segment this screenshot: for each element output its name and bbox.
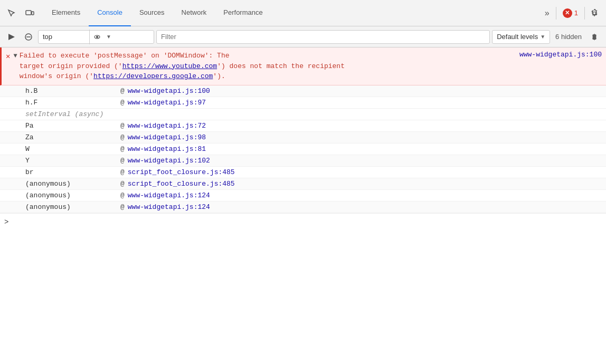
svg-rect-1 <box>32 12 34 15</box>
stack-at-1: @ <box>120 99 125 107</box>
error-toggle-arrow[interactable]: ▼ <box>13 52 17 60</box>
stack-func-1: h.F <box>25 99 120 107</box>
levels-dropdown[interactable]: Default levels ▼ <box>492 30 550 44</box>
stack-link-9[interactable]: www-widgetapi.js:124 <box>128 191 210 199</box>
error-youtube-url[interactable]: https://www.youtube.com <box>122 62 217 70</box>
stack-at-3: @ <box>120 122 125 130</box>
stack-at-6: @ <box>120 157 125 165</box>
device-toggle-btn[interactable] <box>22 6 37 21</box>
stack-frame-3: Pa @ www-widgetapi.js:72 <box>0 120 606 132</box>
stack-func-5: W <box>25 145 120 153</box>
stack-link-7[interactable]: script_foot_closure.js:485 <box>128 168 235 176</box>
error-message: Failed to execute 'postMessage' on 'DOMW… <box>20 51 515 82</box>
toolbar-divider2 <box>584 7 585 20</box>
stack-link-4[interactable]: www-widgetapi.js:98 <box>128 133 206 141</box>
stack-frame-1: h.F @ www-widgetapi.js:97 <box>0 97 606 109</box>
error-text-part3: ') does not match the recipient <box>217 62 345 70</box>
stack-at-8: @ <box>120 180 125 188</box>
error-icon: ✕ <box>6 52 10 61</box>
stack-frame-0: h.B @ www-widgetapi.js:100 <box>0 85 606 97</box>
tab-performance[interactable]: Performance <box>215 0 271 26</box>
console-toolbar: top ▼ Default levels ▼ 6 hidden <box>0 26 606 47</box>
console-settings-btn[interactable] <box>587 30 602 44</box>
stack-link-3[interactable]: www-widgetapi.js:72 <box>128 122 206 130</box>
settings-btn[interactable] <box>587 6 602 21</box>
stack-func-9: (anonymous) <box>25 191 120 199</box>
svg-marker-2 <box>8 34 15 40</box>
console-content: ✕ ▼ Failed to execute 'postMessage' on '… <box>0 47 606 364</box>
toolbar-icons <box>4 6 37 21</box>
stack-at-5: @ <box>120 145 125 153</box>
cursor-icon-btn[interactable] <box>4 6 19 21</box>
stack-func-4: Za <box>25 133 120 141</box>
error-text-part2: target origin provided (' <box>20 62 122 70</box>
more-tabs-btn[interactable]: » <box>541 8 554 18</box>
stack-link-8[interactable]: script_foot_closure.js:485 <box>128 180 235 188</box>
stack-link-5[interactable]: www-widgetapi.js:81 <box>128 145 206 153</box>
error-text-part4: window's origin (' <box>20 72 93 80</box>
execute-icon-btn[interactable] <box>4 30 19 44</box>
filter-input[interactable] <box>156 30 490 44</box>
tab-console[interactable]: Console <box>89 0 131 26</box>
stack-at-10: @ <box>120 203 125 211</box>
error-text-part1: Failed to execute 'postMessage' on 'DOMW… <box>20 52 217 60</box>
hidden-count: 6 hidden <box>552 33 585 41</box>
error-text-part5: '). <box>213 72 225 80</box>
context-selector[interactable]: top ▼ <box>38 30 154 44</box>
stack-frame-4: Za @ www-widgetapi.js:98 <box>0 132 606 143</box>
console-input[interactable] <box>12 218 602 226</box>
levels-arrow: ▼ <box>540 34 545 40</box>
devtools-toolbar: Elements Console Sources Network Perform… <box>0 0 606 26</box>
stack-link-1[interactable]: www-widgetapi.js:97 <box>128 99 206 107</box>
stack-frame-6: Y @ www-widgetapi.js:102 <box>0 155 606 167</box>
stack-frame-7: br @ script_foot_closure.js:485 <box>0 167 606 178</box>
levels-label: Default levels <box>497 33 538 41</box>
error-count-label: 1 <box>574 9 578 17</box>
prompt-arrow: > <box>4 218 8 226</box>
stack-frame-9: (anonymous) @ www-widgetapi.js:124 <box>0 190 606 202</box>
stack-frame-async: setInterval (async) <box>0 109 606 120</box>
console-prompt: > <box>0 213 606 231</box>
eye-icon-btn[interactable] <box>89 30 104 44</box>
stack-frame-10: (anonymous) @ www-widgetapi.js:124 <box>0 202 606 213</box>
tab-network[interactable]: Network <box>173 0 215 26</box>
stack-frame-5: W @ www-widgetapi.js:81 <box>0 143 606 155</box>
nav-tabs: Elements Console Sources Network Perform… <box>43 0 541 26</box>
stack-at-9: @ <box>120 191 125 199</box>
stack-at-7: @ <box>120 168 125 176</box>
stack-func-7: br <box>25 168 120 176</box>
stack-at-0: @ <box>120 87 125 95</box>
error-google-url[interactable]: https://developers.google.com <box>93 72 213 80</box>
svg-point-6 <box>96 36 98 37</box>
stack-link-0[interactable]: www-widgetapi.js:100 <box>128 87 210 95</box>
tab-sources[interactable]: Sources <box>131 0 173 26</box>
error-entry: ✕ ▼ Failed to execute 'postMessage' on '… <box>0 47 606 85</box>
context-arrow: ▼ <box>106 34 149 40</box>
tab-elements[interactable]: Elements <box>43 0 89 26</box>
stack-at-4: @ <box>120 133 125 141</box>
error-source-link[interactable]: www-widgetapi.js:100 <box>519 51 602 59</box>
error-text-the: The <box>217 52 229 60</box>
stack-link-6[interactable]: www-widgetapi.js:102 <box>128 157 210 165</box>
stack-frame-8: (anonymous) @ script_foot_closure.js:485 <box>0 178 606 190</box>
stack-func-6: Y <box>25 157 120 165</box>
stack-func-3: Pa <box>25 122 120 130</box>
stack-link-10[interactable]: www-widgetapi.js:124 <box>128 203 210 211</box>
svg-rect-0 <box>26 11 31 15</box>
toolbar-divider <box>556 7 556 20</box>
stack-func-0: h.B <box>25 87 120 95</box>
error-circle-icon: ✕ <box>563 8 572 18</box>
stack-func-10: (anonymous) <box>25 203 120 211</box>
context-value: top <box>43 33 86 41</box>
clear-icon-btn[interactable] <box>21 30 36 44</box>
stack-func-8: (anonymous) <box>25 180 120 188</box>
error-count-badge[interactable]: ✕ 1 <box>563 8 578 18</box>
async-label: setInterval (async) <box>25 110 103 118</box>
error-x-label: ✕ <box>565 9 570 16</box>
